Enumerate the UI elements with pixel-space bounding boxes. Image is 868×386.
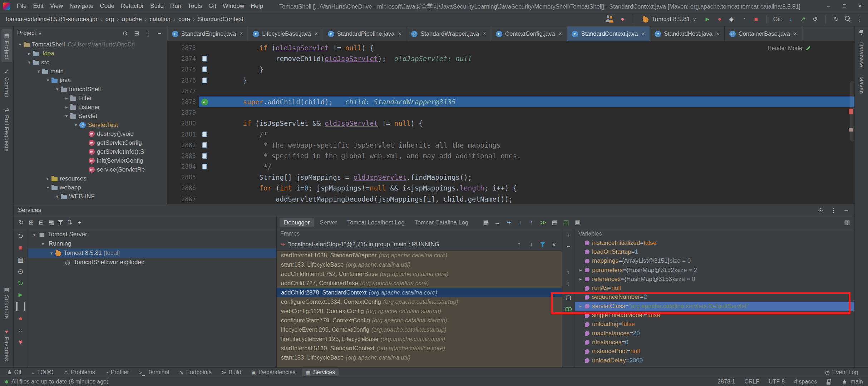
chevron-down-icon[interactable]: ▾ (44, 185, 51, 190)
project-tree-item[interactable]: ▾webapp (14, 183, 167, 192)
skip-to-frame-icon[interactable]: ◫ (562, 219, 570, 227)
breadcrumb-item[interactable]: apache (121, 16, 143, 23)
watch-add-icon[interactable]: + (564, 231, 572, 239)
hide-panel-icon[interactable]: – (156, 29, 163, 37)
rerun-icon[interactable]: ↻ (16, 231, 25, 241)
reader-mode-toggle[interactable]: Reader Mode (768, 45, 812, 51)
project-tree-item[interactable]: ▾WEB-INF (14, 192, 167, 201)
variable-row[interactable]: singleThreadModel = false (575, 311, 854, 320)
toolwindow-button-profiler[interactable]: ◔Profiler (102, 368, 133, 376)
project-tree-item[interactable]: ▾src (14, 58, 167, 67)
debugger-tab-server[interactable]: Server (315, 218, 341, 227)
code-line[interactable]: 2884 */ (167, 161, 854, 172)
step-into-icon[interactable]: ↓ (516, 219, 524, 227)
file-encoding[interactable]: UTF-8 (769, 378, 785, 385)
toolwindow-button-services[interactable]: ▦Services (302, 368, 339, 376)
hide-library-frames-icon[interactable] (539, 242, 546, 247)
collapse-all-icon[interactable]: ⊟ (133, 29, 140, 37)
breadcrumb-item[interactable]: org (105, 16, 115, 23)
frame-row[interactable]: start:183, LifecycleBase(org.apache.cata… (277, 353, 562, 362)
gutter-marker-icon[interactable] (202, 66, 207, 72)
hide-panel-icon[interactable]: – (842, 206, 850, 214)
tool-button-favorites[interactable]: ♥Favorites (1, 326, 12, 364)
service-tree-item[interactable]: ▾Tomcat 8.5.81[local] (28, 248, 276, 258)
project-tree-item[interactable]: ▾java (14, 76, 167, 85)
menu-help[interactable]: Help (247, 3, 266, 9)
toolwindow-button-todo[interactable]: ≡TODO (28, 368, 57, 376)
tool-button-pull-requests[interactable]: ⇄Pull Requests (1, 104, 12, 154)
thread-dropdown-icon[interactable]: ∨ (550, 241, 558, 248)
refresh-icon[interactable]: ↻ (16, 278, 25, 288)
close-icon[interactable]: × (240, 30, 243, 38)
notifications-icon[interactable] (858, 29, 865, 35)
code-editor[interactable]: Reader Mode 2873 if (oldJspServlet != nu… (167, 41, 854, 204)
stop-icon[interactable]: ■ (752, 15, 760, 23)
menu-tools[interactable]: Tools (184, 3, 205, 9)
tool-button-commit[interactable]: ✓Commit (1, 66, 12, 100)
resume-icon[interactable]: ► (16, 290, 25, 300)
variable-row[interactable]: instancePool = null (575, 347, 854, 356)
project-tree-item[interactable]: ▾tomcatShell (14, 85, 167, 94)
chevron-right-icon[interactable]: ▸ (26, 51, 33, 56)
close-icon[interactable]: × (794, 30, 797, 38)
variable-row[interactable]: instanceInitialized = false (575, 238, 854, 247)
breadcrumb-item[interactable]: StandardContext (197, 16, 244, 23)
close-icon[interactable]: × (641, 30, 645, 38)
run-config-select[interactable]: Tomcat 8.5.81 ∨ (640, 15, 699, 24)
debug-icon[interactable]: ● (716, 15, 724, 23)
chevron-down-icon[interactable]: ▾ (35, 69, 42, 74)
expand-all-icon[interactable]: ⊞ (27, 219, 35, 227)
step-out-icon[interactable]: ↑ (528, 219, 536, 227)
run-to-cursor-icon[interactable]: ≫ (539, 219, 547, 227)
gutter-marker-icon[interactable] (202, 153, 207, 159)
service-tree-item[interactable]: ◎TomcatShell:war exploded (28, 258, 276, 267)
code-line[interactable]: 2873 if (oldJspServlet != null) { (167, 43, 854, 53)
frame-row[interactable]: addChild:2878, StandardContext(org.apach… (277, 288, 562, 297)
frame-row[interactable]: addChildInternal:752, ContainerBase(org.… (277, 269, 562, 278)
close-icon[interactable]: × (315, 30, 318, 38)
menu-view[interactable]: View (47, 3, 66, 9)
chevron-down-icon[interactable]: ▾ (72, 122, 79, 128)
project-tree-item[interactable]: ▾main (14, 67, 167, 76)
chevron-down-icon[interactable]: ▾ (16, 42, 24, 47)
chevron-down-icon[interactable]: ▾ (54, 86, 61, 92)
variable-row[interactable]: nInstances = 0 (575, 338, 854, 347)
chevron-down-icon[interactable]: ▾ (63, 113, 70, 119)
group-by-icon[interactable]: ▦ (47, 219, 55, 227)
editor-tab[interactable]: cStandardHost.java× (650, 26, 725, 41)
menu-git[interactable]: Git (205, 3, 220, 9)
chevron-right-icon[interactable]: ▸ (577, 267, 584, 273)
tool-button-database[interactable]: Database (856, 39, 867, 70)
toolwindow-button-event-log[interactable]: ◴Event Log (822, 368, 862, 376)
chevron-down-icon[interactable]: ∨ (38, 31, 42, 36)
menu-refactor[interactable]: Refactor (118, 3, 147, 9)
code-line[interactable]: 2881 /* (167, 129, 854, 140)
gutter-marker-icon[interactable] (202, 56, 207, 61)
chevron-down-icon[interactable]: ▾ (48, 251, 55, 256)
gutter-marker-icon[interactable] (202, 78, 207, 83)
code-line[interactable]: 2880 if (isJspServlet && oldJspServlet !… (167, 118, 854, 129)
indent-style[interactable]: 4 spaces (794, 378, 817, 385)
pause-icon[interactable] (16, 302, 25, 311)
project-panel-title[interactable]: Project (17, 30, 36, 37)
breakpoint-hit-icon[interactable]: ✓ (201, 99, 208, 105)
debugger-tab-debugger[interactable]: Debugger (280, 218, 314, 227)
variable-row[interactable]: ▸servletClass = "org.apache.catalina.ser… (575, 302, 854, 311)
close-icon[interactable]: × (398, 30, 401, 38)
history-icon[interactable]: ↻ (832, 15, 840, 23)
menu-file[interactable]: File (14, 3, 30, 9)
tool-button-project[interactable]: ▤Project (1, 29, 12, 62)
search-everywhere-icon[interactable] (844, 15, 851, 22)
frame-row[interactable]: startInternal:1638, StandardWrapper(org.… (277, 251, 562, 260)
variable-row[interactable]: loadOnStartup = 1 (575, 247, 854, 256)
move-up-icon[interactable]: ↑ (564, 268, 572, 276)
hotswap-icon[interactable]: ● (618, 15, 626, 23)
coverage-icon[interactable]: ◈ (728, 15, 736, 23)
service-tree-item[interactable]: ▾Running (28, 239, 276, 248)
variable-row[interactable]: maxInstances = 20 (575, 329, 854, 338)
watch-remove-icon[interactable]: − (564, 243, 572, 251)
toolwindow-button-dependencies[interactable]: ▣Dependencies (248, 368, 299, 376)
refresh-icon[interactable]: ↻ (17, 219, 25, 227)
close-icon[interactable]: × (558, 30, 562, 38)
breadcrumb-item[interactable]: tomcat-catalina-8.5.81-sources.jar (5, 16, 98, 23)
